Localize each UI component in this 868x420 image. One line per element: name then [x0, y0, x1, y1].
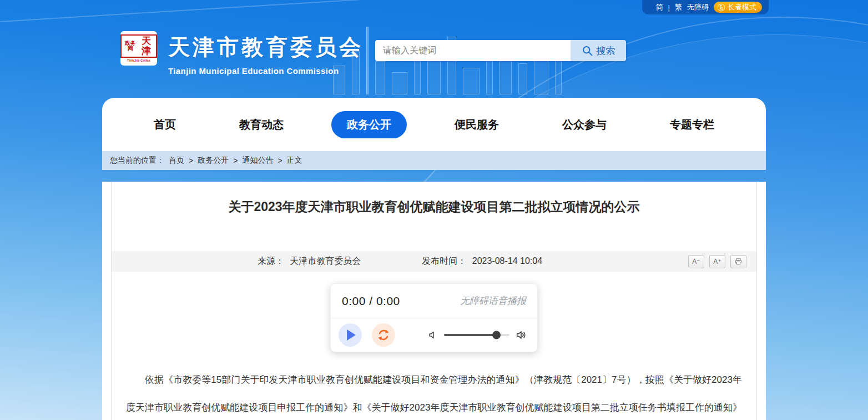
- search-button-label: 搜索: [597, 44, 615, 57]
- source-value: 天津市教育委员会: [290, 256, 361, 266]
- breadcrumb-separator: >: [189, 156, 193, 165]
- breadcrumb-item-home[interactable]: 首页: [169, 156, 184, 166]
- nav-item-home[interactable]: 首页: [138, 111, 191, 138]
- logo-seal-right-text: 天津: [138, 36, 154, 56]
- volume-max-icon[interactable]: [515, 329, 527, 341]
- breadcrumb: 您当前的位置： 首页 > 政务公开 > 通知公告 > 正文: [102, 151, 766, 170]
- traditional-chinese-link[interactable]: 繁: [675, 2, 682, 12]
- site-title-block: 天津市教育委员会 Tianjin Municipal Education Com…: [168, 32, 364, 76]
- publish-time-value: 2023-08-14 10:04: [472, 256, 542, 266]
- elder-person-icon: [717, 3, 725, 12]
- breadcrumb-item-government-affairs[interactable]: 政务公开: [198, 156, 229, 166]
- volume-slider-fill: [444, 334, 496, 336]
- player-controls-row: [331, 318, 537, 352]
- breadcrumb-separator: >: [277, 156, 282, 165]
- play-icon: [347, 329, 356, 341]
- player-info-row: 0:00 / 0:00 无障碍语音播报: [331, 284, 537, 318]
- player-time-display: 0:00 / 0:00: [342, 294, 400, 308]
- article-source: 来源： 天津市教育委员会: [258, 256, 361, 267]
- article-title: 关于2023年度天津市职业教育创优赋能建设项目第二批拟立项情况的公示: [112, 198, 756, 216]
- font-decrease-button[interactable]: A⁻: [688, 255, 704, 268]
- article-paragraph: 依据《市教委等15部门关于印发天津市职业教育创优赋能建设项目和资金管理办法的通知…: [126, 366, 742, 420]
- article-tools: A⁻ A⁺: [688, 255, 756, 268]
- volume-slider[interactable]: [444, 334, 509, 336]
- article-publish-time: 发布时间： 2023-08-14 10:04: [422, 256, 542, 267]
- nav-item-public-services[interactable]: 便民服务: [439, 111, 514, 138]
- article-meta-bar: 来源： 天津市教育委员会 发布时间： 2023-08-14 10:04 A⁻ A…: [112, 251, 756, 272]
- player-caption: 无障碍语音播报: [460, 294, 526, 307]
- volume-slider-handle[interactable]: [492, 331, 501, 339]
- article-body: 依据《市教委等15部门关于印发天津市职业教育创优赋能建设项目和资金管理办法的通知…: [112, 366, 756, 420]
- main-nav: 首页 教育动态 政务公开 便民服务 公众参与 专题专栏: [102, 98, 766, 151]
- font-increase-button[interactable]: A⁺: [709, 255, 725, 268]
- article-meta: 来源： 天津市教育委员会 发布时间： 2023-08-14 10:04: [112, 256, 688, 267]
- breadcrumb-prefix: 您当前的位置：: [110, 156, 164, 166]
- printer-icon: [734, 258, 743, 266]
- volume-controls: [427, 329, 529, 341]
- play-button[interactable]: [339, 323, 362, 347]
- main-area: 关于2023年度天津市职业教育创优赋能建设项目第二批拟立项情况的公示 来源： 天…: [102, 182, 766, 420]
- breadcrumb-separator: >: [233, 156, 238, 165]
- breadcrumb-item-notices[interactable]: 通知公告: [242, 156, 273, 166]
- accessibility-audio-player: 0:00 / 0:00 无障碍语音播报: [330, 283, 538, 352]
- volume-mute-icon[interactable]: [427, 329, 438, 341]
- logo-caption: TIANJIN-CHINA: [127, 59, 150, 62]
- replay-button[interactable]: [372, 323, 395, 347]
- search-button[interactable]: 搜索: [571, 40, 626, 61]
- nav-item-education-news[interactable]: 教育动态: [224, 111, 299, 138]
- site-logo[interactable]: 政务网 天津 TIANJIN-CHINA: [120, 31, 157, 66]
- elder-mode-label: 长者模式: [728, 2, 756, 12]
- print-button[interactable]: [730, 255, 746, 268]
- elder-mode-button[interactable]: 长者模式: [714, 2, 762, 13]
- search-input[interactable]: [375, 40, 571, 61]
- utility-separator: |: [668, 3, 670, 12]
- logo-seal: 政务网 天津: [120, 34, 157, 58]
- source-label: 来源：: [258, 256, 284, 266]
- site-title: 天津市教育委员会: [168, 32, 364, 62]
- utility-bar: 简 | 繁 无障碍 长者模式: [642, 0, 769, 14]
- article-card: 关于2023年度天津市职业教育创优赋能建设项目第二批拟立项情况的公示 来源： 天…: [111, 182, 757, 420]
- page: { "utility_bar": { "simplified_label": "…: [0, 0, 868, 420]
- site-subtitle: Tianjin Municipal Education Commission: [168, 66, 364, 76]
- nav-item-special-topics[interactable]: 专题专栏: [654, 111, 730, 138]
- logo-seal-left-text: 政务网: [123, 41, 137, 52]
- breadcrumb-item-current[interactable]: 正文: [287, 156, 302, 166]
- search-icon: [582, 45, 593, 57]
- publish-time-label: 发布时间：: [422, 256, 466, 266]
- simplified-chinese-link[interactable]: 简: [656, 2, 663, 12]
- nav-item-government-affairs[interactable]: 政务公开: [331, 111, 407, 138]
- search-bar: 搜索: [375, 40, 626, 61]
- site-header: 政务网 天津 TIANJIN-CHINA 天津市教育委员会 Tianjin Mu…: [0, 0, 868, 98]
- nav-item-public-participation[interactable]: 公众参与: [547, 111, 622, 138]
- replay-icon: [376, 328, 391, 342]
- accessibility-link[interactable]: 无障碍: [687, 2, 709, 12]
